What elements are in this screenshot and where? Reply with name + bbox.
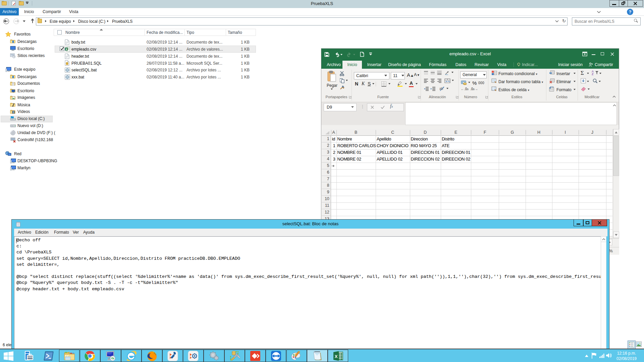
svg-text:X: X (335, 354, 338, 359)
svg-text:ab: ab (439, 87, 443, 90)
svg-text:X: X (65, 48, 67, 51)
